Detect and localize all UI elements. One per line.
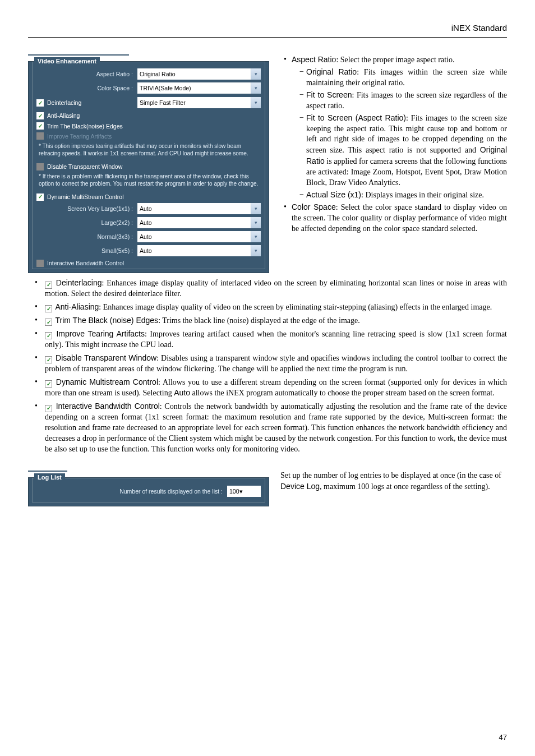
dynamic-multistream-bullet: ✓ Dynamic Multistream Control: Allows yo… (31, 377, 507, 399)
normal-dropdown[interactable]: Auto ▾ (137, 231, 261, 242)
disable-transparent-bullet: ✓ Disable Transparent Window: Disables u… (31, 353, 507, 375)
trim-black-bullet: ✓ Trim The Black (noise) Edges: Trims th… (31, 315, 507, 326)
improve-tearing-label: Improve Tearing Artifacts (47, 132, 112, 140)
log-results-dropdown[interactable]: 100 ▾ (227, 486, 261, 497)
chevron-down-icon: ▾ (251, 203, 261, 214)
log-results-label: Number of results displayed on the list … (36, 487, 227, 495)
deinterlacing-filter-dropdown[interactable]: Simple Fast Filter ▾ (137, 97, 261, 108)
anti-aliasing-label: Anti-Aliasing (47, 112, 80, 119)
interactive-bandwidth-label: Interactive Bandwidth Control (47, 259, 124, 267)
fit-to-screen-item: Fit to Screen: Fits images to the screen… (299, 90, 507, 112)
interactive-bandwidth-bullet: ✓ Interactive Bandwidth Control: Control… (31, 401, 507, 454)
deinterlacing-checkbox[interactable]: ✓ (36, 99, 44, 107)
page-header: iNEX Standard (28, 22, 507, 38)
page-number: 47 (499, 732, 507, 743)
large-dropdown[interactable]: Auto ▾ (137, 217, 261, 228)
chevron-down-icon: ▾ (251, 217, 261, 228)
small-label: Small(5x5) : (36, 247, 137, 255)
aspect-ratio-bullet: Aspect Ratio: Select the proper image as… (284, 54, 507, 201)
improve-tearing-bullet: ✓ Improve Tearing Artifacts: Improves te… (31, 329, 507, 351)
anti-aliasing-bullet: ✓ Anti-Aliasing: Enhances image display … (31, 302, 507, 313)
screen-very-large-dropdown[interactable]: Auto ▾ (137, 203, 261, 214)
dynamic-multistream-label: Dynamic MultiStream Control (47, 193, 124, 201)
normal-label: Normal(3x3) : (36, 233, 137, 241)
log-panel-title: Log List (34, 473, 65, 482)
deinterlacing-bullet: ✓ Deinterlacing: Enhances image display … (31, 278, 507, 299)
chevron-down-icon: ▾ (239, 487, 243, 495)
anti-aliasing-checkbox[interactable]: ✓ (36, 112, 44, 119)
chevron-down-icon: ▾ (251, 68, 261, 80)
chevron-down-icon: ▾ (251, 82, 261, 94)
color-space-bullet: Color Space: Select the color space stan… (284, 202, 507, 234)
tearing-note: * This option improves tearing artifacts… (39, 142, 261, 157)
disable-transparent-label: Disable Transparent Window (47, 163, 122, 170)
deinterlacing-label: Deinterlacing (47, 99, 81, 107)
aspect-ratio-label: Aspect Ratio : (36, 70, 137, 78)
interactive-bandwidth-checkbox[interactable]: ✓ (36, 260, 44, 267)
log-list-panel: Log List Number of results displayed on … (28, 477, 269, 506)
screen-very-large-label: Screen Very Large(1x1) : (36, 205, 137, 213)
fit-to-screen-ar-item: Fit to Screen (Aspect Ratio): Fits image… (299, 113, 507, 188)
log-panel-accent (28, 471, 67, 472)
panel-title: Video Enhancement (34, 57, 100, 66)
original-ratio-item: Original Ratio: Fits images within the s… (299, 67, 507, 89)
transparent-note: * If there is a problem with flickering … (39, 173, 261, 187)
aspect-ratio-dropdown[interactable]: Original Ratio ▾ (137, 68, 261, 80)
chevron-down-icon: ▾ (251, 245, 261, 256)
large-label: Large(2x2) : (36, 219, 137, 227)
disable-transparent-checkbox[interactable]: ✓ (36, 163, 44, 170)
chevron-down-icon: ▾ (251, 231, 261, 242)
panel-accent (28, 54, 129, 56)
improve-tearing-checkbox[interactable]: ✓ (36, 132, 44, 140)
dynamic-multistream-checkbox[interactable]: ✓ (36, 193, 44, 201)
actual-size-item: Actual Size (x1): Displays images in the… (299, 190, 507, 201)
chevron-down-icon: ▾ (251, 97, 261, 108)
trim-black-checkbox[interactable]: ✓ (36, 122, 44, 130)
log-description: Set up the number of log entries to be d… (280, 471, 507, 492)
video-enhancement-panel: Video Enhancement Aspect Ratio : Origina… (28, 61, 269, 273)
color-space-dropdown[interactable]: TRIVIA(Safe Mode) ▾ (137, 82, 261, 94)
color-space-label: Color Space : (36, 84, 137, 92)
small-dropdown[interactable]: Auto ▾ (137, 245, 261, 256)
trim-black-label: Trim The Black(noise) Edges (47, 122, 123, 130)
